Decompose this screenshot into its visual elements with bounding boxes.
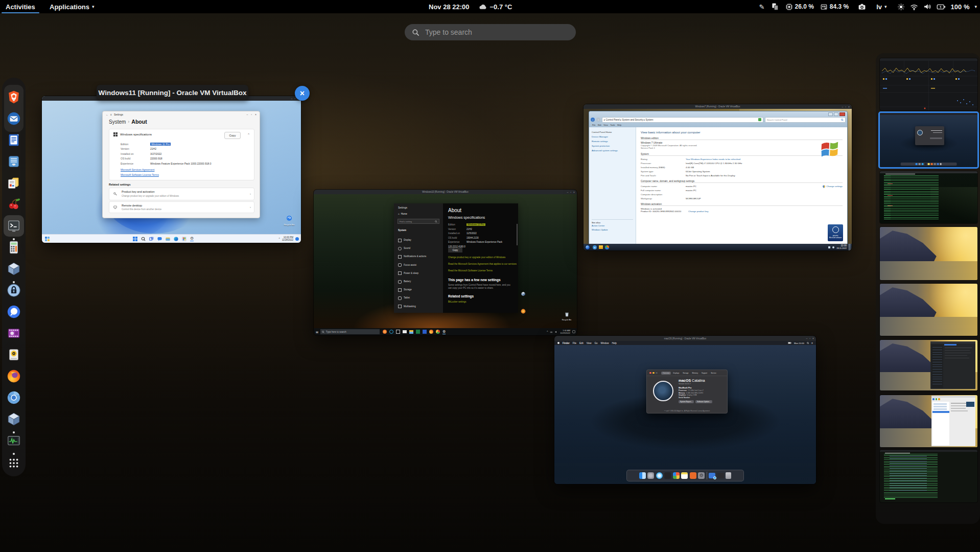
taskbar-search-placeholder: Type here to search: [326, 331, 346, 333]
show-applications-button[interactable]: [6, 455, 21, 471]
sidebar-item: Multitasking: [404, 303, 416, 311]
dock-item-video-editor-icon[interactable]: [6, 326, 21, 341]
win11-system-tray: ^ 10:00 PM 11/28/2022: [278, 235, 299, 243]
product-id: Product ID: 00426-OEM-8992662-00010: [641, 210, 681, 213]
address-text: ▸ Control Panel ▸ System and Security ▸ …: [604, 119, 654, 121]
workspace-thumbnail-2-macos-selected[interactable]: [878, 111, 979, 169]
workspace-thumbnail-6-file-manager[interactable]: [880, 340, 977, 390]
about-heading: About: [448, 208, 461, 213]
row-label: Installed memory (RAM):: [641, 166, 686, 170]
desktop-shortcut-icon: [521, 309, 526, 314]
tab-overview: Overview: [661, 372, 671, 375]
window-preview-windows7-vm[interactable]: Windows7 [Running] - Oracle VM VirtualBo…: [584, 104, 852, 250]
edition-heading: Windows edition: [641, 137, 843, 140]
activities-label: Activities: [6, 3, 35, 11]
recycle-bin-icon: [565, 312, 569, 317]
screenshot-camera-icon[interactable]: [858, 3, 866, 10]
keyboard-layout-indicator[interactable]: lv ▾: [876, 3, 886, 11]
about-tabs: Overview Displays Storage Memory Support…: [661, 372, 718, 375]
dock-item-thunderbird-icon[interactable]: [6, 111, 21, 126]
close-icon: ×: [573, 191, 575, 194]
battery-icon: [788, 342, 791, 344]
spec-label: Installed on: [448, 232, 466, 236]
uac-shield-icon: [823, 185, 825, 188]
remote-desktop-icon: [113, 205, 117, 209]
spec-value: Windows Feature Experience Pack 1000.220…: [150, 162, 212, 165]
workspace-thumbnail-8-terminal[interactable]: [880, 450, 977, 502]
row-value: Intel(R) Core(TM) i7-10510U CPU @ 1.80GH…: [686, 162, 742, 165]
mac-model: MacBook Pro: [679, 386, 726, 389]
spec-value: 11/5/2022: [466, 232, 477, 235]
activities-button[interactable]: Activities: [1, 0, 40, 13]
battery-charging-icon: [937, 4, 946, 10]
dock-item-virtualbox-icon[interactable]: [6, 261, 21, 277]
dock-item-virtualbox-2-icon[interactable]: [6, 411, 21, 427]
screenshot-annotate-icon[interactable]: ✎: [759, 3, 765, 11]
related-settings-heading: Related settings: [109, 183, 130, 186]
memory-indicator[interactable]: 84.3 %: [820, 3, 849, 11]
dock-item-firefox-icon[interactable]: [6, 369, 21, 384]
volume-icon: [555, 331, 558, 333]
card-title: Windows specifications: [448, 216, 485, 219]
win11-desktop-icon: Recycle Bin: [282, 214, 296, 226]
close-icon: [649, 372, 651, 374]
settings-app-title: Settings: [114, 113, 123, 116]
cloud-icon: [479, 4, 487, 10]
cpu-indicator[interactable]: 26.0 %: [785, 3, 814, 11]
workspace-thumbnail-4-island[interactable]: [880, 227, 977, 280]
dock-item-cherrytree-icon[interactable]: [6, 197, 21, 212]
dock-item-brave-icon[interactable]: [6, 89, 21, 105]
dock-item-signal-icon[interactable]: [6, 304, 21, 319]
virtualbox-titlebar: Windows7 [Running] - Oracle VM VirtualBo…: [584, 104, 852, 109]
window-preview-windows10-vm[interactable]: Windows10 [Running] - Oracle VM VirtualB…: [314, 190, 577, 335]
row-label: Workgroup:: [641, 197, 686, 201]
window-preview-macos-vm[interactable]: macOS [Running] - Oracle VM VirtualBox –…: [554, 336, 816, 484]
terminal-blue-lines: [890, 456, 927, 493]
win11-settings-window: ← ≡ Settings –▫× System › About Windows …: [102, 111, 260, 218]
window-preview-windows11-vm[interactable]: Windows11 [Running] - Oracle VM VirtualB…: [42, 96, 301, 243]
sidebar-item: Storage: [404, 286, 412, 294]
system-report-button: System Report…: [679, 400, 694, 403]
spec-value: 21H2: [150, 147, 156, 150]
applications-menu[interactable]: Applications ▾: [45, 0, 99, 13]
search-input[interactable]: [424, 28, 569, 37]
clock-weather-area[interactable]: Nov 28 22:00 −0.7 °C: [424, 0, 517, 13]
dock-item-system-monitor-icon[interactable]: [6, 433, 21, 448]
dock-item-audacious-icon[interactable]: [6, 347, 21, 362]
close-icon: ×: [300, 89, 305, 98]
temperature-label: −0.7 °C: [490, 3, 512, 11]
workspace-thumbnail-1-grafana[interactable]: [880, 58, 977, 110]
mini-dock: [900, 163, 957, 166]
finder-icon: [639, 472, 646, 479]
books-icon: [690, 472, 696, 479]
dock-item-paperwork-icon[interactable]: [6, 175, 21, 191]
photos-icon: [673, 472, 680, 479]
dock-item-chromium-icon[interactable]: [6, 390, 21, 405]
workspace-thumbnail-3-terminal[interactable]: [880, 171, 977, 223]
menu-item: View: [587, 342, 592, 344]
address-bar: ▸ Control Panel ▸ System and Security ▸ …: [602, 117, 763, 123]
dock-item-libreoffice-writer-icon[interactable]: [6, 132, 21, 148]
row-value: No Pen or Touch Input is Available for t…: [686, 174, 735, 177]
card-title: Windows specifications: [120, 133, 152, 136]
dock-item-calculator-icon[interactable]: [6, 240, 21, 255]
mail-icon: [403, 330, 407, 333]
dock-item-terminal-icon[interactable]: [6, 218, 21, 234]
overview-search-bar[interactable]: [405, 24, 576, 40]
workspace-thumbnail-5-island[interactable]: [880, 284, 977, 336]
dock-item-card-file-icon[interactable]: [6, 154, 21, 169]
window-close-button[interactable]: ×: [295, 86, 310, 101]
win11-desktop: ← ≡ Settings –▫× System › About Windows …: [42, 101, 301, 235]
workspace-thumbnail-7-virtualbox-manager[interactable]: [880, 395, 977, 447]
traffic-lights: [649, 372, 658, 374]
cortana-icon: [389, 330, 393, 334]
dock-item-keepassxc-icon[interactable]: [6, 283, 21, 298]
vm-taskbar-date: 28.11.2022: [836, 247, 847, 250]
minimize-icon: –: [291, 97, 293, 100]
clipboard-icon[interactable]: [771, 3, 779, 11]
sidebar-item: System protection: [592, 144, 633, 148]
volume-icon: [923, 3, 931, 10]
tab-service: Service: [709, 372, 718, 375]
system-menu[interactable]: 100 % ▾: [897, 3, 977, 11]
maximize-icon: ▫: [809, 337, 810, 340]
